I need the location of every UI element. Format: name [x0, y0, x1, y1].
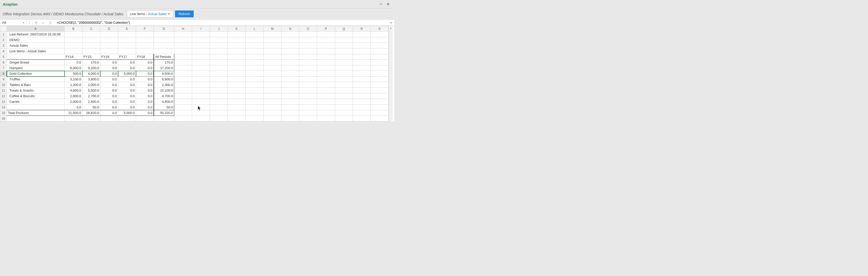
cell[interactable]	[192, 116, 210, 121]
cell[interactable]	[371, 49, 389, 54]
cell[interactable]	[118, 49, 136, 54]
cell[interactable]: 0.0	[100, 71, 118, 76]
cell[interactable]: 28,820.0	[83, 110, 100, 116]
cell[interactable]	[174, 60, 192, 65]
cell[interactable]	[174, 110, 192, 116]
cell[interactable]: 0.0	[136, 60, 154, 65]
cell[interactable]	[299, 71, 317, 76]
cell[interactable]: 170.0	[154, 60, 174, 65]
cell[interactable]: All Periods	[154, 54, 174, 60]
column-header[interactable]: N	[281, 26, 299, 32]
cell[interactable]	[371, 82, 389, 88]
cell[interactable]: 0.0	[100, 82, 118, 88]
column-header[interactable]: H	[174, 26, 192, 32]
cell[interactable]: 5,500.0	[83, 88, 100, 93]
cell[interactable]	[192, 43, 210, 49]
cancel-formula-icon[interactable]: ✕	[33, 20, 40, 26]
cell[interactable]	[100, 43, 118, 49]
cell[interactable]	[174, 88, 192, 93]
cell[interactable]	[353, 93, 371, 99]
cell[interactable]	[264, 76, 281, 82]
cell[interactable]	[353, 54, 371, 60]
row-header[interactable]: 10	[0, 82, 7, 88]
cell[interactable]	[281, 110, 299, 116]
cell[interactable]	[264, 37, 281, 43]
cell[interactable]	[281, 93, 299, 99]
cell[interactable]	[228, 110, 246, 116]
cell[interactable]	[192, 88, 210, 93]
cell[interactable]	[335, 32, 353, 37]
cell[interactable]: 0.0	[118, 76, 136, 82]
cell[interactable]: 4,700.0	[154, 93, 174, 99]
cell[interactable]	[335, 71, 353, 76]
cell[interactable]: 0.0	[100, 110, 118, 116]
cell[interactable]	[335, 104, 353, 110]
cell[interactable]: FY14	[65, 54, 83, 60]
cell[interactable]	[281, 54, 299, 60]
cell[interactable]	[210, 88, 228, 93]
cell[interactable]: 0.0	[118, 93, 136, 99]
cell[interactable]	[83, 37, 100, 43]
cell[interactable]	[192, 65, 210, 71]
row-header[interactable]: 9	[0, 76, 7, 82]
cell[interactable]: 2,400.0	[83, 99, 100, 104]
cell[interactable]: 0.0	[100, 76, 118, 82]
cell[interactable]	[174, 104, 192, 110]
cell[interactable]: 50.0	[83, 104, 100, 110]
cell[interactable]	[335, 76, 353, 82]
cell[interactable]	[246, 116, 264, 121]
cell[interactable]: Hampers	[7, 65, 65, 71]
cell[interactable]	[174, 49, 192, 54]
cell[interactable]	[154, 116, 174, 121]
row-header[interactable]: 7	[0, 65, 7, 71]
cell[interactable]: 170.0	[83, 60, 100, 65]
cell[interactable]	[264, 82, 281, 88]
cell[interactable]	[246, 93, 264, 99]
cell[interactable]: 0.0	[136, 82, 154, 88]
row-header[interactable]: 5	[0, 54, 7, 60]
cell[interactable]	[371, 93, 389, 99]
cell[interactable]: Gold Collection	[7, 71, 65, 76]
cell[interactable]	[335, 37, 353, 43]
column-header[interactable]: Q	[335, 26, 353, 32]
cell[interactable]	[371, 65, 389, 71]
cell[interactable]	[299, 88, 317, 93]
cell[interactable]	[118, 116, 136, 121]
cell[interactable]	[246, 110, 264, 116]
row-header[interactable]: 13	[0, 99, 7, 104]
cell[interactable]	[353, 99, 371, 104]
row-header[interactable]: 4	[0, 49, 7, 54]
expand-formula-bar-icon[interactable]	[388, 20, 394, 26]
cell[interactable]	[174, 43, 192, 49]
cell[interactable]	[210, 60, 228, 65]
cell[interactable]	[228, 54, 246, 60]
cell[interactable]	[371, 88, 389, 93]
cell[interactable]	[353, 82, 371, 88]
cell[interactable]: 0.0	[100, 99, 118, 104]
cell[interactable]	[299, 65, 317, 71]
cell[interactable]	[371, 71, 389, 76]
cell[interactable]: Carrés	[7, 99, 65, 104]
cell[interactable]	[246, 43, 264, 49]
column-header[interactable]: E	[118, 26, 136, 32]
cell[interactable]	[174, 65, 192, 71]
cell[interactable]	[192, 93, 210, 99]
cell[interactable]	[228, 88, 246, 93]
row-header[interactable]: 12	[0, 93, 7, 99]
cell[interactable]	[210, 32, 228, 37]
cell[interactable]	[210, 116, 228, 121]
cell[interactable]	[246, 37, 264, 43]
cell[interactable]	[264, 99, 281, 104]
cell[interactable]	[299, 93, 317, 99]
cell[interactable]: Ginger Bread	[7, 60, 65, 65]
cell[interactable]: 6,900.0	[154, 76, 174, 82]
cell[interactable]: 1,000.0	[83, 82, 100, 88]
row-header[interactable]: 11	[0, 88, 7, 93]
cell[interactable]	[154, 49, 174, 54]
cell[interactable]	[83, 116, 100, 121]
cell[interactable]: 500.0	[65, 71, 83, 76]
cell[interactable]	[264, 116, 281, 121]
cell[interactable]	[174, 54, 192, 60]
cell[interactable]	[246, 76, 264, 82]
scroll-up-icon[interactable]: ▴	[389, 26, 393, 30]
